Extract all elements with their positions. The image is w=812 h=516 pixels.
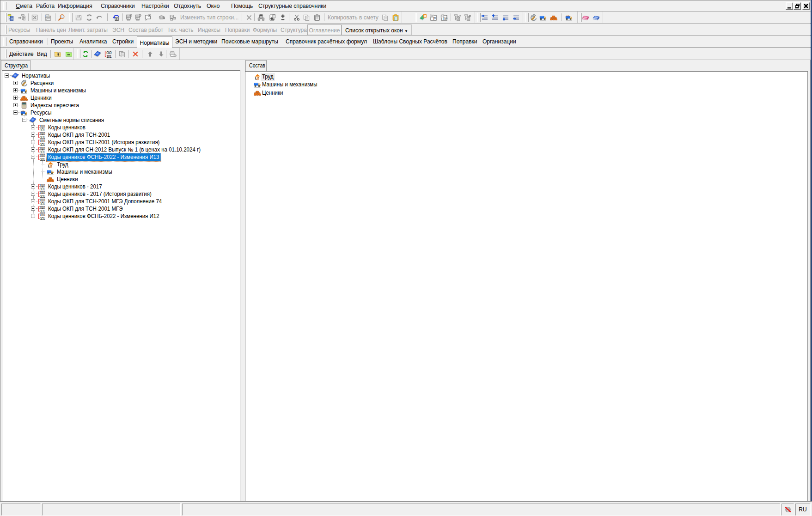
svg-text:101: 101 (40, 149, 45, 153)
svg-text:101: 101 (40, 208, 45, 212)
svg-text:101: 101 (40, 201, 45, 205)
svg-text:101: 101 (40, 134, 45, 138)
svg-text:101: 101 (106, 54, 112, 58)
svg-text:101: 101 (40, 186, 45, 190)
svg-text:101: 101 (40, 194, 45, 197)
svg-text:101: 101 (40, 142, 45, 146)
svg-text:101: 101 (40, 127, 45, 131)
svg-text:101: 101 (40, 216, 45, 219)
svg-text:101: 101 (40, 157, 45, 160)
svg-text:PDF: PDF (46, 15, 50, 18)
svg-text:ПР: ПР (443, 17, 447, 21)
svg-text:P: P (433, 16, 436, 21)
